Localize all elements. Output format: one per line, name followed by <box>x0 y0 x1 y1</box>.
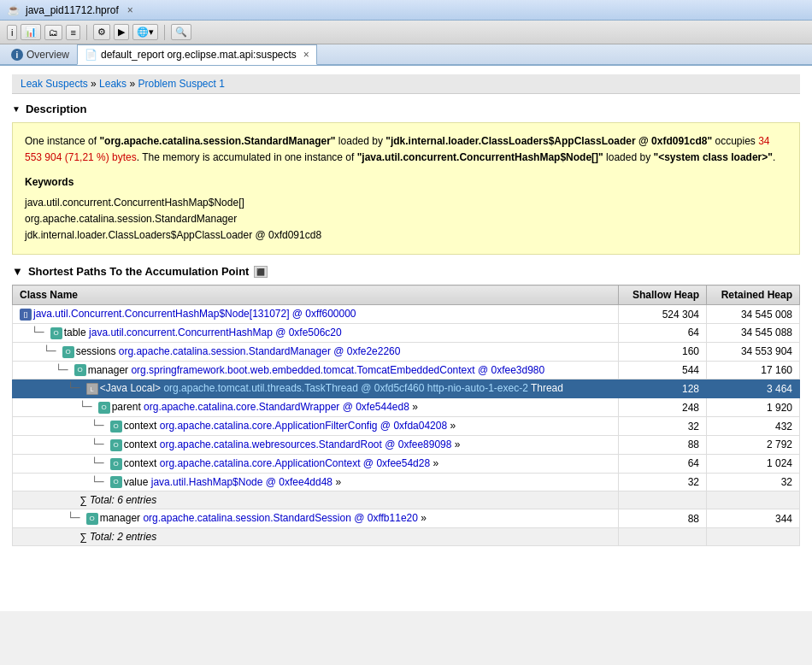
dropdown-button[interactable]: 🌐▾ <box>132 24 158 40</box>
table-row[interactable]: └─ Osessions org.apache.catalina.session… <box>13 342 800 361</box>
table-cell-shallow: 64 <box>618 454 706 473</box>
desc-text6: . <box>773 151 775 163</box>
object-icon: O <box>110 439 122 451</box>
table-cell-classname: └─ Osessions org.apache.catalina.session… <box>13 342 619 361</box>
table-cell-classname: └─ Otable java.util.concurrent.Concurren… <box>13 323 619 342</box>
settings-button[interactable]: ⚙ <box>93 24 110 40</box>
keyword-3: jdk.internal.loader.ClassLoaders$AppClas… <box>25 227 787 244</box>
class-name-link[interactable]: org.apache.catalina.webresources.Standar… <box>160 438 452 450</box>
class-name-link[interactable]: java.util.HashMap$Node @ 0xfee4dd48 <box>151 476 332 488</box>
description-label: Description <box>26 103 87 115</box>
toolbar-sep2 <box>164 25 165 40</box>
description-header[interactable]: ▼ Description <box>12 103 800 115</box>
tab-default-report[interactable]: 📄 default_report org.eclipse.mat.api:sus… <box>77 44 317 65</box>
run-button[interactable]: ▶ <box>114 24 129 40</box>
row-suffix: » <box>451 438 460 450</box>
tree-prefix: └─ <box>68 512 86 524</box>
tree-button[interactable]: 🗂 <box>44 25 62 40</box>
tab-report-close[interactable]: × <box>303 49 309 61</box>
desc-text4: . The memory is accumulated in one insta… <box>137 151 357 163</box>
table-row[interactable]: └─ Ocontext org.apache.catalina.webresou… <box>13 435 800 454</box>
tree-prefix: └─ <box>91 438 110 450</box>
breadcrumb-problem1[interactable]: Problem Suspect 1 <box>138 78 224 90</box>
table-cell-classname: └─ Omanager org.apache.catalina.session.… <box>13 509 619 528</box>
table-row[interactable]: ∑ Total: 6 entries <box>13 491 800 509</box>
col-header-retained[interactable]: Retained Heap <box>707 285 800 305</box>
paths-table: Class Name Shallow Heap Retained Heap []… <box>12 285 800 546</box>
table-cell-shallow: 64 <box>618 323 706 342</box>
table-row[interactable]: └─ Oparent org.apache.catalina.core.Stan… <box>13 398 800 417</box>
table-cell-classname: └─ L<Java Local> org.apache.tomcat.util.… <box>13 380 619 398</box>
info-button[interactable]: i <box>7 25 17 40</box>
table-cell-retained: 34 545 088 <box>707 323 800 342</box>
field-label: table <box>64 327 89 338</box>
tab-report-icon: 📄 <box>85 49 97 61</box>
class-name-link[interactable]: java.util.concurrent.ConcurrentHashMap @… <box>89 327 342 338</box>
table-cell-retained <box>707 491 800 509</box>
table-cell-classname: └─ Ovalue java.util.HashMap$Node @ 0xfee… <box>13 473 619 491</box>
table-cell-shallow: 544 <box>618 361 706 380</box>
paths-header: ▼ Shortest Paths To the Accumulation Poi… <box>12 265 800 278</box>
toolbar-sep1 <box>86 25 87 40</box>
col-header-classname[interactable]: Class Name <box>13 285 619 305</box>
field-label: context <box>124 420 160 432</box>
array-icon: [] <box>20 309 32 321</box>
search-button[interactable]: 🔍 <box>171 24 191 40</box>
export-icon[interactable]: ⬛ <box>254 266 268 278</box>
table-row[interactable]: └─ Ocontext org.apache.catalina.core.App… <box>13 454 800 473</box>
tree-prefix: └─ <box>44 345 62 357</box>
class-name-link[interactable]: org.apache.catalina.core.ApplicationFilt… <box>160 420 447 432</box>
table-cell-shallow: 524 304 <box>618 305 706 324</box>
tree-prefix: └─ <box>91 457 110 469</box>
table-header-row: Class Name Shallow Heap Retained Heap <box>13 285 800 305</box>
class-name-link[interactable]: org.springframework.boot.web.embedded.to… <box>131 364 544 376</box>
class-name-link[interactable]: org.apache.catalina.session.StandardSess… <box>143 512 418 524</box>
class-name-link[interactable]: org.apache.catalina.core.StandardWrapper… <box>144 401 409 413</box>
col-header-shallow[interactable]: Shallow Heap <box>618 285 706 305</box>
table-row[interactable]: []java.util.Concurrent.ConcurrentHashMap… <box>13 305 800 324</box>
breadcrumb-leaks[interactable]: Leaks <box>99 78 127 90</box>
list-button[interactable]: ≡ <box>66 25 79 40</box>
table-row[interactable]: └─ Omanager org.springframework.boot.web… <box>13 361 800 380</box>
table-row[interactable]: └─ Omanager org.apache.catalina.session.… <box>13 509 800 528</box>
local-icon: L <box>86 383 98 395</box>
class-name-link[interactable]: java.util.Concurrent.ConcurrentHashMap$N… <box>33 308 356 320</box>
table-cell-shallow <box>618 528 706 546</box>
title-close[interactable]: × <box>127 4 133 16</box>
object-icon: O <box>110 421 122 433</box>
tab-overview-label: Overview <box>26 49 69 61</box>
description-triangle: ▼ <box>12 104 21 114</box>
breadcrumb-leak-suspects[interactable]: Leak Suspects <box>21 78 88 90</box>
table-cell-classname: ∑ Total: 6 entries <box>13 491 619 509</box>
table-row[interactable]: ∑ Total: 2 entries <box>13 528 800 546</box>
description-text: One instance of "org.apache.catalina.ses… <box>25 133 787 166</box>
table-cell-shallow: 32 <box>618 417 706 436</box>
table-row[interactable]: └─ Ocontext org.apache.catalina.core.App… <box>13 417 800 436</box>
row-suffix: » <box>332 476 341 488</box>
field-label: manager <box>88 364 132 376</box>
table-cell-retained: 32 <box>707 473 800 491</box>
keywords-label: Keywords <box>25 174 787 191</box>
table-row[interactable]: └─ L<Java Local> org.apache.tomcat.util.… <box>13 380 800 398</box>
table-cell-classname: └─ Ocontext org.apache.catalina.webresou… <box>13 435 619 454</box>
row-suffix: » <box>409 401 418 413</box>
table-cell-shallow: 248 <box>618 398 706 417</box>
table-row[interactable]: └─ Otable java.util.concurrent.Concurren… <box>13 323 800 342</box>
chart-button[interactable]: 📊 <box>21 24 41 40</box>
class-name-link[interactable]: org.apache.catalina.core.ApplicationCont… <box>160 457 430 469</box>
row-suffix: » <box>430 457 438 469</box>
table-cell-shallow: 160 <box>618 342 706 361</box>
table-cell-retained: 2 792 <box>707 435 800 454</box>
table-row[interactable]: └─ Ovalue java.util.HashMap$Node @ 0xfee… <box>13 473 800 491</box>
class-name-link[interactable]: org.apache.catalina.session.StandardMana… <box>119 345 401 357</box>
table-cell-retained: 432 <box>707 417 800 436</box>
object-icon: O <box>98 402 110 414</box>
table-cell-shallow: 32 <box>618 473 706 491</box>
tab-overview[interactable]: i Overview <box>3 44 77 64</box>
desc-highlight4: "java.util.concurrent.ConcurrentHashMap$… <box>357 151 603 163</box>
tree-prefix: └─ <box>91 476 110 488</box>
class-name-link[interactable]: org.apache.tomcat.util.threads.TaskThrea… <box>163 382 527 394</box>
breadcrumb-sep1: » <box>91 78 99 90</box>
field-label: sessions <box>76 345 119 357</box>
table-cell-shallow <box>618 491 706 509</box>
